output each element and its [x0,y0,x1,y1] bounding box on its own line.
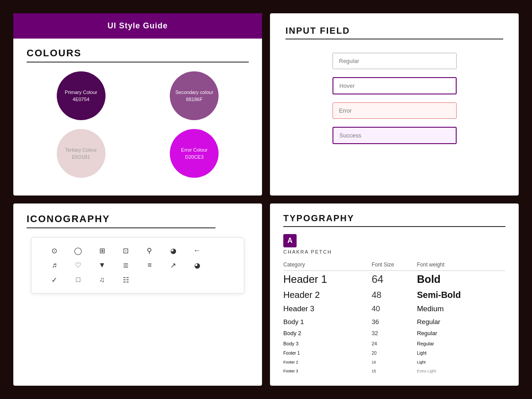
typo-row-b3: Body 3 24 Regular [283,339,505,348]
icon-section-title: ICONOGRAPHY [27,213,249,225]
icon-location[interactable]: ◕ [170,246,176,255]
col-weight: Font weight [417,259,505,271]
cat-f1: Footer 1 [283,348,372,358]
colours-grid: Primary Colour 4E0754 Secondary colour 8… [27,71,249,178]
cat-b1: Body 1 [283,316,372,328]
icon-grid[interactable]: ⊞ [99,246,105,255]
weight-b1: Regular [417,316,505,328]
icon-forward-arrow[interactable]: ↗ [170,261,176,270]
icon-dropdown[interactable]: ▼ [98,261,106,270]
colours-header: UI Style Guide [13,13,262,39]
typo-row-f1: Footer 1 20 Light [283,348,505,358]
size-h1: 64 [372,271,417,288]
size-h2: 48 [372,288,417,302]
typo-row-f3: Footer 3 15 Extra Light [283,367,505,376]
size-h3: 40 [372,302,417,316]
colour-label-tertiary: Tertiary Colour [65,146,97,154]
font-name: CHAKRA PETCH [283,249,505,254]
input-panel: INPUT FIELD [270,13,519,196]
cat-h3: Header 3 [283,302,372,316]
colour-label-secondary: Secondary colour [175,89,213,96]
size-b3: 24 [372,339,417,348]
colours-panel: UI Style Guide COLOURS Primary Colour 4E… [13,13,262,196]
typo-divider [283,226,505,227]
colour-label-error: Error Colour [181,146,207,154]
icon-chart[interactable]: ⊡ [123,246,129,255]
col-size: Font Size [372,259,417,271]
icon-note[interactable]: ♫ [99,276,105,284]
colours-divider [27,62,249,63]
colour-circle-tertiary: Tertiary Colour E6D1B1 [57,129,106,178]
colour-hex-secondary: 88186F [186,96,203,103]
typo-section-title: TYPOGRAPHY [283,213,505,223]
colour-label-primary: Primary Colour [65,89,97,96]
weight-f3: Extra Light [417,367,505,376]
size-b1: 36 [372,316,417,328]
typo-row-b1: Body 1 36 Regular [283,316,505,328]
colour-hex-tertiary: E6D1B1 [72,153,90,161]
input-regular[interactable] [332,53,457,69]
cat-h1: Header 1 [283,271,372,288]
input-success[interactable] [332,127,457,144]
weight-h1: Bold [417,271,505,288]
icon-check[interactable]: ✓ [51,276,57,284]
typo-row-h3: Header 3 40 Medium [283,302,505,316]
cat-b2: Body 2 [283,328,372,339]
icon-checkbox[interactable]: □ [76,276,81,284]
font-badge: A [283,234,297,247]
icon-heart[interactable]: ♡ [75,261,81,270]
colour-circle-secondary: Secondary colour 88186F [170,71,219,120]
input-error[interactable] [332,102,457,119]
icon-box: ⊙ ◯ ⊞ ⊡ ⚲ ◕ ← ♬ ♡ ▼ ≣ ≡ ↗ ◕ ✓ □ ♫ ☷ [31,237,244,293]
colour-circle-primary: Primary Colour 4E0754 [57,71,106,120]
icon-grid: ⊙ ◯ ⊞ ⊡ ⚲ ◕ ← ♬ ♡ ▼ ≣ ≡ ↗ ◕ ✓ □ ♫ ☷ [45,246,231,284]
col-category: Category [283,259,372,271]
cat-f3: Footer 3 [283,367,372,376]
input-section-title: INPUT FIELD [286,26,503,36]
size-f2: 16 [372,358,417,367]
size-f1: 20 [372,348,417,358]
iconography-panel: ICONOGRAPHY ⊙ ◯ ⊞ ⊡ ⚲ ◕ ← ♬ ♡ ▼ ≣ ≡ ↗ ◕ … [13,203,262,386]
colour-circle-error: Error Colour D20CE3 [170,129,219,178]
size-f3: 15 [372,367,417,376]
weight-b3: Regular [417,339,505,348]
colour-hex-primary: 4E0754 [73,96,90,103]
icon-list2[interactable]: ≡ [148,261,152,270]
typo-row-f2: Footer 2 16 Light [283,358,505,367]
cat-h2: Header 2 [283,288,372,302]
weight-f1: Light [417,348,505,358]
colours-body: COLOURS Primary Colour 4E0754 Secondary … [13,39,262,196]
icon-circle[interactable]: ◕ [194,261,200,270]
app-title: UI Style Guide [13,21,262,31]
size-b2: 32 [372,328,417,339]
icon-grid2[interactable]: ☷ [123,276,129,284]
colour-item-secondary: Secondary colour 88186F [140,71,249,120]
colours-section-title: COLOURS [27,47,249,59]
colour-hex-error: D20CE3 [185,153,203,161]
colour-item-primary: Primary Colour 4E0754 [27,71,136,120]
weight-b2: Regular [417,328,505,339]
weight-h3: Medium [417,302,505,316]
colour-item-error: Error Colour D20CE3 [140,129,249,178]
weight-f2: Light [417,358,505,367]
weight-h2: Semi-Bold [417,288,505,302]
icon-search[interactable]: ⚲ [147,246,152,255]
input-fields-container [286,53,503,144]
icon-user[interactable]: ◯ [74,246,82,255]
typo-row-b2: Body 2 32 Regular [283,328,505,339]
icon-divider [27,227,215,228]
input-hover[interactable] [332,77,457,94]
typo-row-h2: Header 2 48 Semi-Bold [283,288,505,302]
cat-b3: Body 3 [283,339,372,348]
typo-row-h1: Header 1 64 Bold [283,271,505,288]
icon-music[interactable]: ♬ [52,261,57,270]
icon-back-arrow[interactable]: ← [194,246,201,255]
colour-item-tertiary: Tertiary Colour E6D1B1 [27,129,136,178]
cat-f2: Footer 2 [283,358,372,367]
icon-settings[interactable]: ⊙ [51,246,57,255]
typography-table: Category Font Size Font weight Header 1 … [283,259,505,376]
typography-panel: TYPOGRAPHY A CHAKRA PETCH Category Font … [270,203,519,386]
icon-list1[interactable]: ≣ [123,261,129,270]
input-divider [286,39,503,39]
